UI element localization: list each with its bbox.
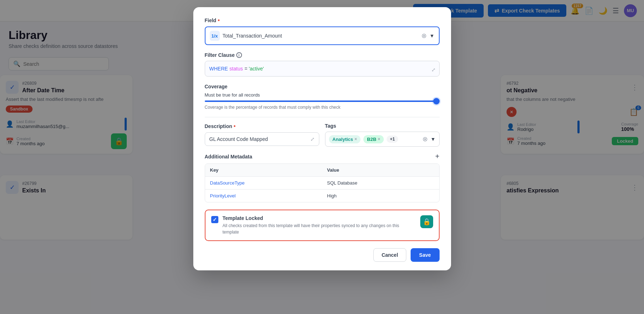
template-locked-checkbox[interactable]: ✓: [211, 216, 218, 223]
additional-metadata-section: Additional Metadata + Key Value DataSour…: [205, 152, 440, 202]
save-button[interactable]: Save: [411, 248, 440, 262]
template-locked-section: ✓ Template Locked All checks created fro…: [205, 210, 440, 241]
metadata-header: Additional Metadata +: [205, 152, 440, 161]
checkbox-checkmark: ✓: [213, 217, 217, 222]
lock-icon: 🔒: [423, 218, 431, 226]
field-clear-button[interactable]: ⊗: [421, 32, 427, 40]
required-dot-desc: •: [234, 123, 236, 129]
metadata-key-2: PriorityLevel: [205, 190, 322, 202]
metadata-value-1: SQL Database: [322, 177, 439, 189]
coverage-text: Must be true for all records: [205, 92, 440, 98]
modal-dialog: Field • 1/x Total_Transaction_Amount ⊗ ▼…: [193, 7, 451, 270]
locked-title: Template Locked: [223, 215, 416, 221]
locked-content: Template Locked All checks created from …: [223, 215, 416, 235]
coverage-slider-container: [205, 100, 440, 102]
coverage-slider-thumb[interactable]: [433, 98, 440, 104]
add-metadata-button[interactable]: +: [435, 152, 440, 161]
metadata-value-header: Value: [322, 164, 439, 176]
remove-b2b-tag[interactable]: ×: [378, 137, 380, 142]
filter-value: 'active': [249, 66, 264, 72]
locked-description: All checks created from this template wi…: [223, 222, 416, 235]
filter-clause-box[interactable]: WHERE status = 'active' ⤢: [205, 61, 440, 77]
coverage-slider-track: [205, 100, 440, 102]
expand-description-icon[interactable]: ⤢: [310, 136, 315, 142]
required-dot-field: •: [218, 17, 220, 24]
coverage-slider-fill: [205, 100, 440, 102]
coverage-label: Coverage: [205, 84, 440, 89]
metadata-value-2: High: [322, 190, 439, 202]
background-page: ⊕ Add Check Template ⇄ Export Check Temp…: [0, 0, 644, 314]
coverage-hint: Coverage is the percentage of records th…: [205, 105, 440, 110]
coverage-section: Coverage Must be true for all records Co…: [205, 84, 440, 110]
description-column: Description • GL Account Code Mapped ⤢: [205, 123, 319, 147]
tag-analytics: Analytics ×: [329, 135, 361, 143]
field-value-text: Total_Transaction_Amount: [223, 33, 418, 39]
filter-where: WHERE: [209, 66, 228, 72]
description-input[interactable]: GL Account Code Mapped ⤢: [205, 132, 319, 146]
field-dropdown-button[interactable]: ▼: [430, 33, 435, 39]
modal-footer: Cancel Save: [205, 248, 440, 262]
metadata-title: Additional Metadata: [205, 154, 252, 160]
metadata-key-1: DataSourceType: [205, 177, 322, 189]
filter-equals: =: [244, 66, 249, 72]
field-label: Field •: [205, 17, 440, 24]
filter-status: status: [229, 66, 243, 72]
tag-b2b: B2B ×: [363, 135, 384, 143]
tags-label: Tags: [325, 123, 440, 129]
description-label: Description •: [205, 123, 319, 129]
tags-column: Tags Analytics × B2B × +1 ⊗ ▼: [325, 123, 440, 147]
field-input[interactable]: 1/x Total_Transaction_Amount ⊗ ▼: [205, 26, 440, 45]
section-divider: [205, 117, 440, 117]
metadata-table-header: Key Value: [205, 164, 439, 177]
tags-input[interactable]: Analytics × B2B × +1 ⊗ ▼: [325, 132, 440, 147]
metadata-row-1: DataSourceType SQL Database: [205, 177, 439, 190]
metadata-row-2: PriorityLevel High: [205, 190, 439, 202]
metadata-key-header: Key: [205, 164, 322, 176]
filter-clause-label: Filter Clause i: [205, 52, 440, 58]
filter-info-icon[interactable]: i: [236, 52, 242, 58]
expand-filter-icon[interactable]: ⤢: [431, 67, 436, 73]
locked-icon: 🔒: [420, 215, 433, 228]
metadata-table: Key Value DataSourceType SQL Database Pr…: [205, 163, 440, 202]
desc-tags-row: Description • GL Account Code Mapped ⤢ T…: [205, 123, 440, 147]
tags-clear-button[interactable]: ⊗: [422, 135, 428, 143]
extra-tags-badge: +1: [387, 136, 398, 143]
cancel-button[interactable]: Cancel: [373, 248, 406, 262]
description-value: GL Account Code Mapped: [209, 136, 268, 142]
field-type-icon: 1/x: [210, 31, 220, 41]
tags-dropdown-button[interactable]: ▼: [431, 136, 436, 142]
remove-analytics-tag[interactable]: ×: [354, 137, 357, 142]
